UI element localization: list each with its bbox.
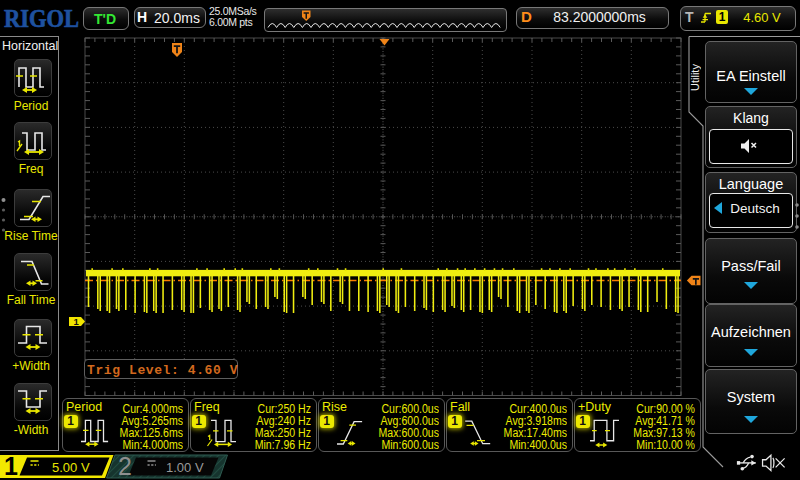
svg-text:1: 1 — [74, 316, 80, 327]
